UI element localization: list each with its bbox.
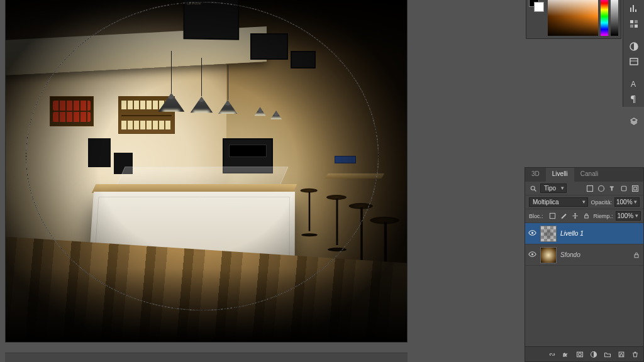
tab-layers[interactable]: Livelli bbox=[546, 168, 574, 182]
svg-point-21 bbox=[579, 353, 582, 356]
blend-opacity-row[interactable]: Moltiplica Opacità: 100% bbox=[525, 195, 643, 209]
svg-text:T: T bbox=[610, 186, 613, 192]
svg-rect-5 bbox=[630, 58, 638, 65]
svg-rect-1 bbox=[635, 20, 638, 23]
layer-row[interactable]: Livello 1 bbox=[525, 223, 643, 244]
layers-panel[interactable]: 3D Livelli Canali Tipo T Moltiplica Opac… bbox=[525, 167, 644, 362]
svg-rect-2 bbox=[630, 25, 633, 28]
svg-rect-3 bbox=[635, 25, 638, 28]
opacity-value[interactable]: 100% bbox=[614, 197, 640, 207]
panel-tabs[interactable]: 3D Livelli Canali bbox=[525, 168, 643, 182]
svg-rect-15 bbox=[585, 216, 589, 218]
filter-smart-icon[interactable] bbox=[631, 184, 640, 193]
hue-slider[interactable] bbox=[601, 0, 608, 36]
rendered-image: Le Pizze bbox=[6, 0, 407, 342]
color-panel[interactable] bbox=[526, 0, 621, 39]
svg-point-9 bbox=[599, 185, 604, 191]
visibility-eye-icon[interactable] bbox=[528, 250, 536, 260]
color-field-picker[interactable] bbox=[548, 0, 598, 36]
bar-ledge bbox=[325, 173, 385, 178]
svg-rect-13 bbox=[634, 187, 637, 190]
character-icon[interactable]: A bbox=[627, 79, 641, 89]
opacity-label: Opacità: bbox=[591, 199, 612, 206]
search-icon[interactable] bbox=[529, 184, 538, 193]
layer-name[interactable]: Livello 1 bbox=[560, 230, 584, 237]
collapsed-panel-dock[interactable]: A bbox=[623, 0, 644, 107]
fill-label: Riemp.: bbox=[594, 213, 613, 219]
filter-pixel-icon[interactable] bbox=[586, 184, 594, 193]
filter-adjust-icon[interactable] bbox=[597, 184, 606, 193]
fill-value[interactable]: 100% bbox=[616, 211, 641, 221]
background-color-swatch[interactable] bbox=[534, 2, 544, 12]
wall-plate-sign bbox=[335, 156, 356, 163]
svg-point-7 bbox=[531, 186, 535, 190]
lock-all-icon[interactable] bbox=[582, 212, 591, 221]
filter-shape-icon[interactable] bbox=[619, 184, 628, 193]
lock-icon bbox=[632, 251, 641, 260]
paragraph-icon[interactable] bbox=[627, 94, 641, 104]
link-layers-icon[interactable] bbox=[548, 350, 557, 359]
svg-rect-0 bbox=[630, 20, 633, 23]
bar-stool bbox=[326, 195, 348, 251]
new-layer-icon[interactable] bbox=[617, 350, 626, 359]
trash-icon[interactable] bbox=[631, 350, 640, 359]
styles-icon[interactable] bbox=[627, 57, 641, 67]
shelf-tomato-jars bbox=[50, 96, 94, 126]
lock-pixels-icon[interactable] bbox=[560, 212, 569, 221]
document-horizontal-scrollbar[interactable] bbox=[5, 353, 408, 362]
menu-board-title: Le Pizze bbox=[187, 1, 235, 7]
svg-point-17 bbox=[531, 253, 533, 255]
svg-text:A: A bbox=[631, 80, 636, 89]
layer-mask-icon[interactable] bbox=[575, 350, 584, 359]
visibility-eye-icon[interactable] bbox=[528, 229, 536, 238]
tab-3d[interactable]: 3D bbox=[525, 168, 546, 182]
menu-board-small bbox=[291, 51, 316, 69]
group-icon[interactable] bbox=[603, 350, 612, 359]
layer-thumbnail[interactable] bbox=[540, 247, 557, 263]
menu-board-mid bbox=[250, 33, 288, 60]
layer-filter-row[interactable]: Tipo T bbox=[525, 182, 643, 195]
svg-text:fx: fx bbox=[564, 352, 567, 358]
filter-type-select[interactable]: Tipo bbox=[540, 184, 567, 193]
lock-fill-row[interactable]: Bloc.: Riemp.: 100% bbox=[525, 209, 643, 223]
adjustments-icon[interactable] bbox=[627, 41, 641, 52]
svg-rect-8 bbox=[587, 185, 593, 191]
tab-channels[interactable]: Canali bbox=[574, 168, 604, 182]
lock-position-icon[interactable] bbox=[571, 212, 580, 221]
document-window[interactable]: Le Pizze bbox=[5, 0, 408, 343]
lock-label: Bloc.: bbox=[529, 213, 543, 219]
layer-style-icon[interactable]: fx bbox=[562, 350, 570, 359]
layer-thumbnail[interactable] bbox=[540, 226, 557, 242]
histogram-icon[interactable] bbox=[627, 4, 641, 14]
svg-rect-14 bbox=[550, 213, 555, 218]
filter-type-icon[interactable]: T bbox=[608, 184, 617, 193]
svg-rect-18 bbox=[635, 255, 638, 258]
adjustment-layer-icon[interactable] bbox=[589, 350, 598, 359]
blend-mode-select[interactable]: Moltiplica bbox=[529, 197, 588, 207]
brightness-slider[interactable] bbox=[611, 0, 618, 36]
chalkboard-left bbox=[88, 138, 111, 167]
layer-list[interactable]: Livello 1 Sfondo bbox=[525, 223, 643, 346]
menu-board-large: Le Pizze bbox=[183, 0, 239, 40]
layers-panel-footer[interactable]: fx bbox=[525, 346, 643, 361]
layer-row[interactable]: Sfondo bbox=[525, 244, 643, 266]
properties-icon[interactable] bbox=[627, 117, 641, 127]
svg-point-16 bbox=[531, 232, 533, 234]
fg-bg-swatches[interactable] bbox=[526, 0, 545, 38]
bar-stool bbox=[300, 189, 318, 237]
layer-name[interactable]: Sfondo bbox=[560, 251, 580, 258]
svg-rect-11 bbox=[621, 186, 626, 191]
lock-transparency-icon[interactable] bbox=[548, 212, 557, 221]
svg-rect-12 bbox=[633, 185, 638, 191]
canvas-workspace[interactable]: Le Pizze bbox=[0, 0, 525, 362]
swatches-icon[interactable] bbox=[627, 19, 641, 29]
